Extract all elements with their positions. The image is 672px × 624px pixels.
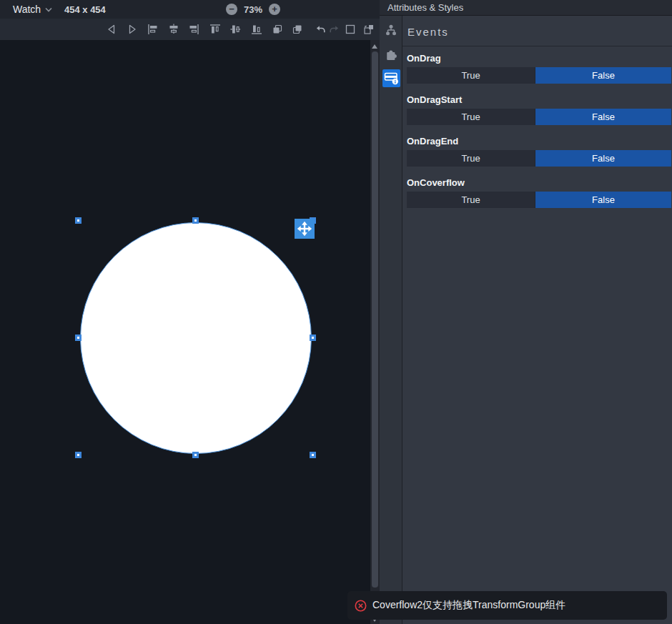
move-icon [297,221,312,237]
error-toast: Coverflow2仅支持拖拽TransformGroup组件 [347,591,667,620]
event-name: OnDragEnd [407,136,671,147]
ondrag-false-button[interactable]: False [535,67,671,84]
handle-middle-left[interactable] [75,335,81,341]
handle-middle-right[interactable] [310,335,316,341]
align-center-horizontal-icon[interactable] [168,24,179,35]
undo-icon[interactable] [315,24,326,35]
align-middle-vertical-icon[interactable] [230,24,242,35]
oncoverflow-true-button[interactable]: True [407,192,535,208]
ellipse-shape[interactable] [80,222,312,454]
design-canvas[interactable] [0,40,370,624]
ondragstart-false-button[interactable]: False [535,109,671,125]
panel-icon-strip [380,16,402,624]
event-name: OnCoverflow [407,177,671,188]
attributes-styles-header: Attributes & Styles [380,0,672,16]
event-row-oncoverflow: OnCoverflow True False [407,177,671,210]
oncoverflow-false-button[interactable]: False [535,192,671,208]
app-window: Watch 454 x 454 − 73% + Attributes & Sty… [0,0,672,624]
ondragstart-true-button[interactable]: True [407,109,535,125]
zoom-in-button[interactable]: + [269,4,280,15]
align-top-icon[interactable] [209,24,221,35]
selection-box-icon[interactable] [345,24,356,35]
zoom-out-button[interactable]: − [226,4,237,15]
device-selector-label: Watch [13,4,41,15]
event-row-ondragend: OnDragEnd True False [407,136,671,169]
handle-bottom-right[interactable] [310,452,316,458]
align-bottom-icon[interactable] [251,24,262,35]
ondrag-true-button[interactable]: True [407,67,535,84]
canvas-size-label: 454 x 454 [64,4,106,15]
zoom-controls: − 73% + [226,4,280,15]
canvas-scrollbar[interactable] [370,40,380,624]
scrollbar-thumb[interactable] [372,51,378,588]
chevron-down-icon [45,7,52,12]
component-info-button[interactable] [382,69,400,87]
component-info-icon [383,70,400,86]
handle-bottom-left[interactable] [75,452,81,458]
align-left-icon[interactable] [147,24,159,35]
scroll-up-arrow[interactable] [372,44,377,49]
events-panel: Events OnDrag True False OnDragStart Tru… [402,16,672,624]
ondragend-false-button[interactable]: False [535,150,671,167]
play-icon[interactable] [127,24,138,35]
transform-group-icon[interactable] [363,24,375,35]
plugin-icon[interactable] [385,47,397,60]
handle-top-left[interactable] [75,217,81,224]
handle-top-center[interactable] [192,217,199,224]
align-right-icon[interactable] [188,24,199,35]
event-row-ondragstart: OnDragStart True False [407,94,671,127]
canvas-toolbar [0,19,380,40]
move-handle[interactable] [295,219,315,239]
events-section-title: Events [407,26,449,38]
redo-icon[interactable] [329,24,340,35]
top-bar: Watch 454 x 454 − 73% + [0,0,380,19]
event-name: OnDragStart [407,94,671,105]
bring-forward-icon[interactable] [272,24,283,35]
ondragend-true-button[interactable]: True [407,150,535,167]
divider [402,46,672,46]
event-row-ondrag: OnDrag True False [407,53,671,86]
error-icon [355,600,367,612]
event-name: OnDrag [407,53,671,64]
toast-message: Coverflow2仅支持拖拽TransformGroup组件 [372,599,565,612]
send-backward-icon[interactable] [292,24,303,35]
zoom-level: 73% [244,4,262,15]
previous-icon[interactable] [106,24,117,35]
device-selector[interactable]: Watch [13,4,52,15]
handle-bottom-center[interactable] [192,452,199,458]
hierarchy-icon[interactable] [385,24,397,36]
